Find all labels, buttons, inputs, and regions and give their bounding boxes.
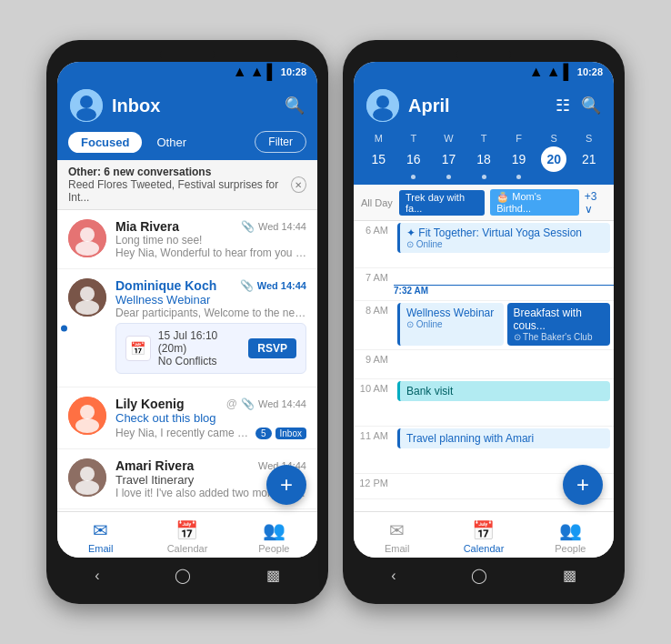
- time-label: 6 AM: [354, 221, 394, 267]
- cal-day-wed[interactable]: W 17: [431, 133, 466, 179]
- time-label: 8 AM: [354, 301, 394, 349]
- event-location: ⊙ Online: [406, 239, 604, 249]
- wifi-icon: ▲: [529, 64, 544, 80]
- header-left: Inbox: [70, 89, 160, 122]
- header-actions: ☷ 🔍: [556, 96, 601, 116]
- calendar-icon: 📅: [125, 336, 151, 361]
- email-row1: Lily Koenig @ 📎 Wed 14:44: [115, 397, 306, 411]
- breakfast-event[interactable]: Breakfast with cous... ⊙ The Baker's Clu…: [507, 303, 611, 346]
- email-body: Hey Nia, Wonderful to hear from you afte…: [115, 247, 306, 259]
- day-num: 17: [436, 146, 461, 172]
- phone-email: ▲ ▲ ▌ 10:28 Inbox 🔍 F: [46, 40, 328, 604]
- home-button[interactable]: ◯: [160, 563, 205, 588]
- battery-icon: ▌: [267, 64, 277, 80]
- search-icon[interactable]: 🔍: [285, 96, 305, 116]
- nav-email[interactable]: ✉ Email: [354, 519, 440, 554]
- notch: [456, 51, 511, 58]
- svg-point-19: [376, 96, 389, 108]
- cal-day-fri[interactable]: F 19: [501, 133, 536, 179]
- email-sender: Mia Rivera: [115, 219, 179, 234]
- notif-close-button[interactable]: ✕: [291, 176, 306, 193]
- event-title: Breakfast with cous...: [514, 307, 605, 332]
- yoga-event[interactable]: ✦ Fit Together: Virtual Yoga Session ⊙ O…: [397, 223, 610, 253]
- svg-point-11: [75, 418, 99, 433]
- back-button[interactable]: ‹: [376, 564, 410, 588]
- avatar[interactable]: [366, 89, 399, 122]
- signal-icon: ▲: [546, 64, 561, 80]
- nav-calendar[interactable]: 📅 Calendar: [440, 519, 526, 554]
- time-indicator-line: 7:32 AM: [394, 285, 614, 296]
- email-item[interactable]: Sonia Sullivan W... Weekend Volunteering…: [57, 509, 317, 511]
- bank-event[interactable]: Bank visit: [397, 381, 610, 401]
- email-time: Wed 14:44: [258, 398, 306, 409]
- email-subject: Wellness Webinar: [115, 293, 306, 307]
- status-time: 10:28: [577, 66, 603, 77]
- time-slot-9am: 9 AM: [354, 350, 614, 379]
- email-content: Mia Rivera 📎 Wed 14:44 Long time no see!…: [115, 219, 306, 259]
- rsvp-button[interactable]: RSVP: [248, 338, 296, 358]
- day-num: 19: [506, 146, 532, 172]
- travel-planning-event[interactable]: Travel planning with Amari: [397, 428, 610, 448]
- time-slot-10am: 10 AM Bank visit: [354, 379, 614, 427]
- cal-day-thu[interactable]: T 18: [466, 133, 502, 179]
- signal-icon: ▲: [250, 64, 265, 80]
- search-icon[interactable]: 🔍: [581, 96, 601, 116]
- nav-people[interactable]: 👥 People: [231, 519, 317, 554]
- webinar-event[interactable]: Wellness Webinar ⊙ Online: [397, 303, 504, 346]
- cal-day-tue[interactable]: T 16: [396, 133, 432, 179]
- phone-calendar: ▲ ▲ ▌ 10:28 April ☷ 🔍: [343, 40, 625, 604]
- day-num: 16: [401, 146, 426, 172]
- cal-day-mon[interactable]: M 15: [361, 133, 396, 179]
- time-events: [394, 350, 614, 378]
- avatar[interactable]: [70, 89, 103, 122]
- back-button[interactable]: ‹: [80, 564, 114, 588]
- recents-button[interactable]: ▩: [548, 563, 591, 588]
- email-item[interactable]: Mia Rivera 📎 Wed 14:44 Long time no see!…: [57, 210, 317, 269]
- cal-day-sun[interactable]: S 21: [571, 133, 606, 179]
- sys-nav: ‹ ◯ ▩: [354, 558, 614, 593]
- add-event-button[interactable]: +: [563, 465, 603, 505]
- recents-button[interactable]: ▩: [252, 563, 295, 588]
- tab-filter[interactable]: Filter: [255, 131, 306, 153]
- time-label: 12 PM: [354, 474, 394, 498]
- more-events[interactable]: +3 ∨: [585, 190, 606, 216]
- at-icon: @: [226, 397, 237, 410]
- svg-point-2: [76, 108, 96, 121]
- email-content: Lily Koenig @ 📎 Wed 14:44 Check out this…: [115, 397, 306, 439]
- compose-button[interactable]: +: [266, 465, 306, 505]
- event-dot: [516, 175, 521, 179]
- svg-point-20: [373, 108, 393, 121]
- time-events: Bank visit: [394, 379, 614, 426]
- home-button[interactable]: ◯: [456, 563, 502, 588]
- view-mode-icon[interactable]: ☷: [556, 96, 570, 116]
- email-nav-icon: ✉: [93, 519, 108, 541]
- badge-inbox: Inbox: [275, 428, 306, 439]
- nav-people[interactable]: 👥 People: [527, 519, 614, 554]
- email-item[interactable]: Dominique Koch 📎 Wed 14:44 Wellness Webi…: [57, 269, 317, 387]
- birthday-event[interactable]: 🎂 Mom's Birthd...: [490, 189, 579, 216]
- day-label: M: [375, 133, 383, 144]
- event-title: Bank visit: [406, 385, 604, 397]
- time-label: 7 AM: [354, 268, 394, 300]
- nav-email-label: Email: [88, 543, 114, 554]
- email-content: Dominique Koch 📎 Wed 14:44 Wellness Webi…: [115, 278, 306, 377]
- tab-focused[interactable]: Focused: [68, 132, 142, 153]
- split-events: Wellness Webinar ⊙ Online Breakfast with…: [397, 303, 610, 347]
- tab-other[interactable]: Other: [149, 132, 194, 153]
- notif-sub: Reed Flores Tweeted, Festival surprises …: [68, 178, 291, 204]
- nav-calendar[interactable]: 📅 Calendar: [144, 519, 230, 554]
- trek-event[interactable]: Trek day with fa...: [399, 190, 485, 216]
- event-title: ✦ Fit Together: Virtual Yoga Session: [406, 226, 604, 239]
- day-num: 21: [576, 146, 602, 172]
- inbox-title: Inbox: [112, 96, 160, 116]
- time-slot-7am: 7 AM 7:32 AM: [354, 268, 614, 301]
- nav-email[interactable]: ✉ Email: [57, 519, 144, 554]
- email-item[interactable]: Lily Koenig @ 📎 Wed 14:44 Check out this…: [57, 387, 317, 449]
- svg-point-8: [75, 300, 99, 315]
- email-row1: Mia Rivera 📎 Wed 14:44: [115, 219, 306, 234]
- cal-day-sat[interactable]: S 20: [536, 133, 572, 179]
- email-body: Hey Nia, I recently came across this...: [115, 427, 252, 439]
- event-dot: [446, 175, 451, 179]
- attachment-icon: 📎: [241, 220, 255, 233]
- day-label: S: [586, 133, 592, 144]
